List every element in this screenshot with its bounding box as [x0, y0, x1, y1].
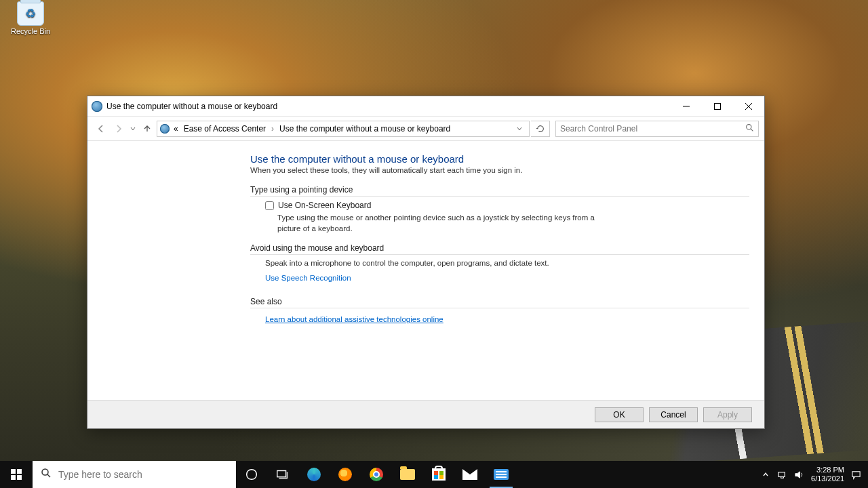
titlebar[interactable]: Use the computer without a mouse or keyb…	[87, 96, 764, 117]
clock-date: 6/13/2021	[811, 474, 844, 483]
chrome-icon	[370, 468, 383, 481]
control-panel-taskbar-icon	[494, 469, 509, 480]
desktop: Recycle Bin Use the computer without a m…	[0, 0, 868, 488]
start-button[interactable]	[0, 461, 33, 488]
content-area: Use the computer without a mouse or keyb…	[87, 141, 764, 400]
refresh-button[interactable]	[531, 121, 550, 137]
close-button[interactable]	[733, 96, 764, 117]
assistive-tech-link[interactable]: Learn about additional assistive technol…	[250, 315, 443, 323]
taskbar-firefox[interactable]	[330, 461, 361, 488]
volume-icon[interactable]	[794, 470, 804, 480]
section-see-also: See also	[250, 297, 749, 308]
mail-icon	[462, 469, 477, 480]
taskbar-file-explorer[interactable]	[392, 461, 423, 488]
search-icon[interactable]	[745, 123, 754, 134]
taskbar-search[interactable]	[33, 461, 236, 488]
back-button[interactable]	[93, 121, 109, 137]
page-subtitle: When you select these tools, they will a…	[250, 166, 749, 174]
taskbar: 3:28 PM 6/13/2021	[0, 461, 868, 488]
search-box[interactable]	[555, 121, 759, 137]
apply-button: Apply	[703, 407, 752, 422]
control-panel-window: Use the computer without a mouse or keyb…	[87, 96, 765, 429]
system-tray: 3:28 PM 6/13/2021	[753, 466, 868, 483]
edge-icon	[307, 468, 321, 481]
address-bar[interactable]: « Ease of Access Center › Use the comput…	[157, 121, 530, 137]
network-icon[interactable]	[777, 470, 787, 480]
taskbar-chrome[interactable]	[361, 461, 392, 488]
tray-overflow-icon[interactable]	[760, 470, 770, 480]
svg-point-1	[747, 124, 751, 129]
address-dropdown-icon[interactable]	[513, 124, 526, 134]
maximize-button[interactable]	[702, 96, 733, 117]
taskbar-search-icon	[41, 468, 52, 481]
section-avoid-mouse-keyboard: Avoid using the mouse and keyboard	[250, 243, 749, 255]
ok-button[interactable]: OK	[595, 407, 644, 422]
taskbar-store[interactable]	[423, 461, 454, 488]
folder-icon	[400, 469, 415, 480]
forward-button[interactable]	[111, 121, 127, 137]
dialog-footer: OK Cancel Apply	[87, 400, 764, 428]
window-controls	[671, 96, 764, 117]
taskbar-search-input[interactable]	[58, 469, 228, 480]
minimize-button[interactable]	[671, 96, 702, 117]
breadcrumb-level1[interactable]: Ease of Access Center	[182, 124, 267, 134]
speech-description: Speak into a microphone to control the c…	[250, 259, 749, 267]
search-input[interactable]	[560, 124, 745, 134]
taskbar-edge[interactable]	[298, 461, 330, 488]
recycle-bin-icon[interactable]: Recycle Bin	[7, 1, 54, 35]
store-icon	[432, 468, 446, 481]
onscreen-keyboard-option[interactable]: Use On-Screen Keyboard	[250, 201, 749, 210]
up-button[interactable]	[139, 121, 155, 137]
address-icon	[160, 124, 170, 134]
svg-rect-4	[277, 471, 286, 477]
section-pointing-device: Type using a pointing device	[250, 185, 749, 197]
recycle-bin-label: Recycle Bin	[7, 27, 54, 35]
recycle-bin-glyph	[17, 1, 44, 26]
breadcrumb-prefix: «	[172, 124, 180, 134]
task-view-button[interactable]	[267, 461, 298, 488]
taskbar-mail[interactable]	[454, 461, 486, 488]
navigation-bar: « Ease of Access Center › Use the comput…	[87, 117, 764, 141]
recent-locations-button[interactable]	[128, 121, 138, 137]
taskbar-control-panel[interactable]	[486, 461, 517, 488]
onscreen-keyboard-description: Type using the mouse or another pointing…	[250, 213, 603, 234]
svg-rect-0	[715, 103, 721, 109]
speech-recognition-link[interactable]: Use Speech Recognition	[250, 274, 351, 282]
svg-rect-6	[852, 471, 860, 476]
onscreen-keyboard-label: Use On-Screen Keyboard	[278, 201, 371, 210]
firefox-icon	[338, 468, 352, 481]
clock[interactable]: 3:28 PM 6/13/2021	[811, 466, 844, 483]
breadcrumb-separator: ›	[270, 124, 275, 134]
window-title: Use the computer without a mouse or keyb…	[106, 102, 277, 111]
cancel-button[interactable]: Cancel	[649, 407, 698, 422]
svg-point-3	[247, 470, 257, 480]
svg-point-2	[42, 469, 48, 475]
svg-rect-5	[778, 472, 785, 476]
breadcrumb-level2[interactable]: Use the computer without a mouse or keyb…	[278, 124, 452, 134]
cortana-button[interactable]	[236, 461, 267, 488]
page-heading: Use the computer without a mouse or keyb…	[250, 153, 749, 165]
windows-logo-icon	[11, 469, 22, 480]
clock-time: 3:28 PM	[811, 466, 844, 474]
onscreen-keyboard-checkbox[interactable]	[265, 201, 274, 210]
control-panel-icon	[92, 101, 102, 112]
action-center-icon[interactable]	[851, 470, 861, 480]
